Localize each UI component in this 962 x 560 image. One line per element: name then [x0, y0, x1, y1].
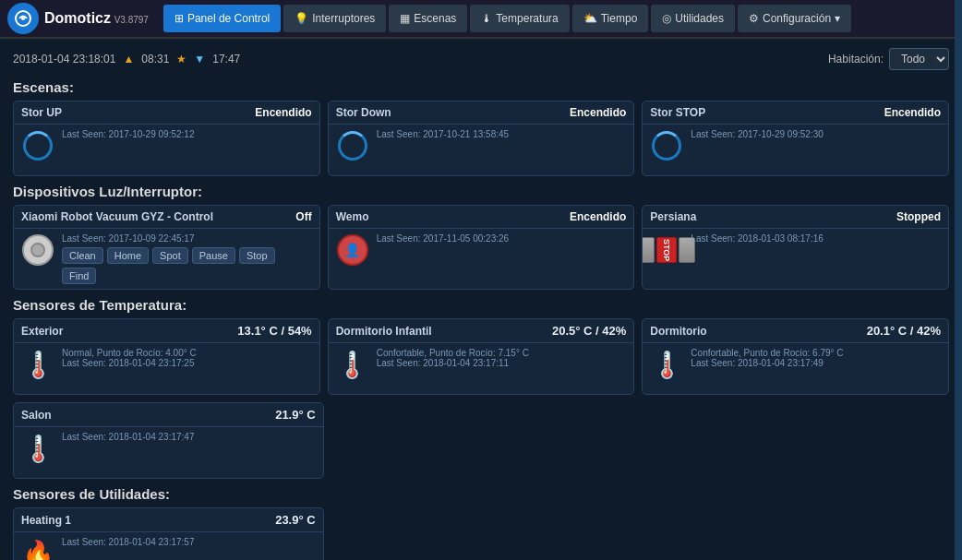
robot-stop-btn[interactable]: Stop [239, 247, 275, 264]
card-salon: Salon 21.9° C 🌡️ Last Seen: 2018-01-04 2… [13, 402, 324, 479]
heating-icon: 🔥 [21, 537, 54, 560]
salon-spacer [331, 402, 949, 479]
exterior-lastseen: Last Seen: 2018-01-04 23:17:25 [62, 358, 312, 368]
persiana-name: Persiana [650, 210, 896, 223]
utils-icon: ◎ [662, 12, 671, 25]
dormitorio-name: Dormitorio [650, 325, 866, 338]
robot-find-btn[interactable]: Find [62, 268, 96, 284]
salon-icon: 🌡️ [21, 432, 54, 465]
dormitorio-sub: Confortable, Punto de Rocío: 6.79° C [691, 348, 941, 358]
nav-config[interactable]: ⚙ Configuración ▾ [738, 5, 851, 32]
main-content: 2018-01-04 23:18:01 ▲ 08:31 ★ ▼ 17:47 Ha… [0, 39, 962, 560]
persiana-status: Stopped [896, 210, 941, 223]
config-icon: ⚙ [749, 12, 759, 25]
card-dormitorio: Dormitorio 20.1° C / 42% 🌡️ Confortable,… [642, 318, 949, 395]
time-icon: ▼ [194, 53, 205, 66]
dormitorio-value: 20.1° C / 42% [867, 324, 941, 338]
stor-stop-lastseen: Last Seen: 2017-10-29 09:52:30 [691, 129, 941, 139]
wemo-lastseen: Last Seen: 2017-11-05 00:23:26 [377, 233, 627, 244]
card-dorm-infantil: Dormitorio Infantil 20.5° C / 42% 🌡️ Con… [328, 318, 635, 395]
card-heating: Heating 1 23.9° C 🔥 Last Seen: 2018-01-0… [13, 507, 324, 560]
nav-temp[interactable]: 🌡 Temperatura [470, 5, 569, 32]
scrollbar[interactable] [955, 0, 962, 560]
statusbar: 2018-01-04 23:18:01 ▲ 08:31 ★ ▼ 17:47 Ha… [13, 48, 949, 70]
utils-spacer [331, 507, 949, 560]
card-exterior: Exterior 13.1° C / 54% 🌡️ Normal, Punto … [13, 318, 320, 395]
time: 17:47 [212, 53, 240, 66]
panel-icon: ⊞ [174, 12, 184, 25]
escenas-row: Stor UP Encendido Last Seen: 2017-10-29 … [13, 101, 949, 176]
card-stor-up: Stor UP Encendido Last Seen: 2017-10-29 … [13, 101, 320, 176]
nav-utils[interactable]: ◎ Utilidades [651, 5, 735, 32]
robot-spot-btn[interactable]: Spot [152, 247, 188, 264]
robot-pause-btn[interactable]: Pause [192, 247, 235, 264]
robot-buttons: Clean Home Spot Pause Stop Find [62, 247, 312, 284]
wemo-name: Wemo [336, 210, 570, 223]
stor-down-lastseen: Last Seen: 2017-10-21 13:58:45 [377, 129, 627, 139]
temperatura-row: Exterior 13.1° C / 54% 🌡️ Normal, Punto … [13, 318, 949, 395]
card-stor-stop: Stor STOP Encendido Last Seen: 2017-10-2… [642, 101, 949, 176]
weather-icon: ⛅ [583, 12, 597, 25]
robot-name: Xiaomi Robot Vacuum GYZ - Control [21, 210, 295, 223]
heating-name: Heating 1 [21, 514, 275, 527]
datetime: 2018-01-04 23:18:01 [13, 53, 115, 66]
dorm-infantil-value: 20.5° C / 42% [552, 324, 626, 338]
room-label: Habitación: [828, 53, 884, 66]
escenas-title: Escenas: [13, 79, 949, 95]
star-icon: ★ [176, 53, 186, 66]
exterior-sub: Normal, Punto de Rocío: 4.00° C [62, 348, 312, 358]
stor-stop-icon [650, 129, 683, 162]
nav-scenes[interactable]: ▦ Escenas [389, 5, 467, 32]
svg-point-1 [21, 17, 25, 20]
stor-up-status: Encendido [255, 106, 311, 119]
utilidades-row: Heating 1 23.9° C 🔥 Last Seen: 2018-01-0… [13, 507, 949, 560]
card-stor-down: Stor Down Encendido Last Seen: 2017-10-2… [328, 101, 635, 176]
app-version: V3.8797 [114, 15, 149, 25]
salon-row: Salon 21.9° C 🌡️ Last Seen: 2018-01-04 2… [13, 402, 949, 479]
utilidades-title: Sensores de Utilidades: [13, 486, 949, 502]
nav-switches[interactable]: 💡 Interruptores [283, 5, 386, 32]
wemo-status: Encendido [570, 210, 626, 223]
room-select[interactable]: Todo [889, 48, 949, 70]
dormitorio-lastseen: Last Seen: 2018-01-04 23:17:49 [691, 358, 941, 368]
exterior-name: Exterior [21, 325, 237, 338]
nav-weather[interactable]: ⛅ Tiempo [572, 5, 649, 32]
wemo-icon: 👤 [336, 233, 369, 267]
nav-panel[interactable]: ⊞ Panel de Control [163, 5, 281, 32]
dorm-infantil-sub: Confortable, Punto de Rocío: 7.15° C [377, 348, 627, 358]
stor-stop-name: Stor STOP [650, 106, 884, 119]
stor-down-icon [336, 129, 369, 162]
logo-icon [7, 3, 39, 34]
dispositivos-title: Dispositivos Luz/Interruptor: [13, 184, 949, 199]
stor-down-name: Stor Down [336, 106, 570, 119]
robot-home-btn[interactable]: Home [107, 247, 149, 264]
robot-clean-btn[interactable]: Clean [62, 247, 103, 264]
logo: Domoticz V3.8797 [7, 3, 149, 34]
heating-value: 23.9° C [275, 513, 316, 527]
dormitorio-icon: 🌡️ [650, 348, 683, 381]
salon-value: 21.9° C [275, 408, 316, 422]
switches-icon: 💡 [295, 12, 308, 25]
stor-up-lastseen: Last Seen: 2017-10-29 09:52:12 [62, 129, 312, 139]
robot-status: Off [295, 210, 311, 223]
dorm-infantil-icon: 🌡️ [336, 348, 369, 381]
scenes-icon: ▦ [400, 12, 410, 25]
temperatura-title: Sensores de Temperatura: [13, 297, 949, 313]
stor-up-name: Stor UP [21, 106, 255, 119]
dispositivos-row: Xiaomi Robot Vacuum GYZ - Control Off La… [13, 205, 949, 290]
card-persiana: Persiana Stopped STOP Last Seen: 2018-01… [642, 205, 949, 290]
persiana-lastseen: Last Seen: 2018-01-03 08:17:16 [691, 233, 941, 244]
robot-lastseen: Last Seen: 2017-10-09 22:45:17 [62, 233, 312, 244]
salon-name: Salon [21, 409, 275, 422]
card-wemo: Wemo Encendido 👤 Last Seen: 2017-11-05 0… [328, 205, 635, 290]
heating-lastseen: Last Seen: 2018-01-04 23:17:57 [62, 537, 316, 547]
exterior-value: 13.1° C / 54% [237, 324, 311, 338]
salon-lastseen: Last Seen: 2018-01-04 23:17:47 [62, 432, 316, 442]
persiana-icon: STOP [650, 233, 683, 267]
uptime-icon: ▲ [123, 53, 134, 66]
robot-icon [21, 233, 54, 267]
stor-stop-status: Encendido [884, 106, 941, 119]
temp-icon: 🌡 [481, 12, 492, 25]
stor-up-icon [21, 129, 54, 162]
uptime: 08:31 [141, 53, 169, 66]
